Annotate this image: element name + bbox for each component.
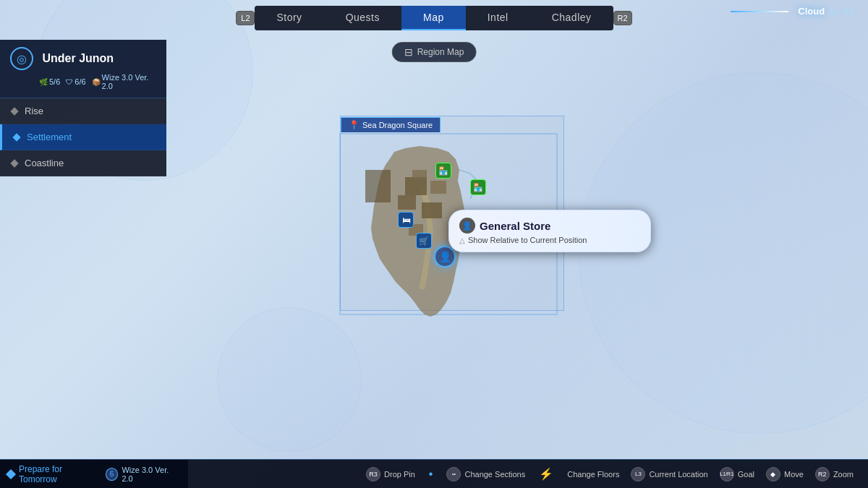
diamond-icon-coastline	[10, 159, 18, 167]
player-line-decoration	[731, 11, 788, 12]
location-stats: 🌿 5/6 🛡 6/6 📦 Wize 3.0 Ver. 2.0	[10, 73, 156, 90]
region-map-button[interactable]: ⊟ Region Map	[392, 42, 477, 62]
ctrl-goal-label: Goal	[738, 470, 754, 479]
tooltip-subtitle-row: △ Show Relative to Current Position	[459, 236, 629, 244]
area-label-settlement: Settlement	[27, 132, 72, 142]
area-label-coastline: Coastline	[25, 158, 64, 168]
ctrl-move-label: Move	[784, 470, 804, 479]
map-icon-shop1[interactable]: 🏪	[435, 163, 451, 179]
player-name: Cloud	[798, 6, 825, 17]
svg-rect-2	[412, 170, 427, 179]
ctrl-change-floors: Change Floors	[567, 470, 619, 479]
player-icon: 👤	[439, 251, 451, 262]
triangle-icon: △	[459, 236, 465, 244]
ctrl-move: ◆ Move	[766, 467, 804, 481]
ctrl-change-floors-label: Change Floors	[567, 470, 619, 479]
lr-button[interactable]: L1/R1	[720, 467, 734, 481]
svg-rect-3	[398, 195, 416, 210]
box-icon: 📦	[92, 78, 101, 86]
svg-rect-1	[405, 177, 427, 195]
tooltip-subtitle-text: Show Relative to Current Position	[468, 236, 587, 244]
tab-story[interactable]: Story	[255, 6, 323, 30]
wize-label: Wize 3.0 Ver. 2.0	[122, 466, 181, 483]
diamond-icon	[10, 107, 18, 115]
move-button[interactable]: ◆	[766, 467, 780, 481]
stat-plants-value: 5/6	[49, 77, 60, 86]
bottom-controls: R3 Drop Pin • •• Change Sections ⚡ Chang…	[366, 467, 854, 481]
left-panel: ◎ Under Junon 🌿 5/6 🛡 6/6 📦 Wize 3.0 Ver…	[0, 40, 166, 459]
quest-name: Prepare for Tomorrow	[19, 464, 101, 484]
pin-icon: 📍	[349, 120, 359, 130]
ctrl-drop-pin: R3 Drop Pin	[366, 467, 415, 481]
svg-rect-7	[365, 170, 391, 202]
bottom-quest-bar: Prepare for Tomorrow 6 Wize 3.0 Ver. 2.0	[0, 459, 188, 488]
map-icon-shop2[interactable]: 🏪	[470, 179, 486, 195]
wize-badge: 6	[106, 468, 119, 481]
area-list: Rise Settlement Coastline	[0, 98, 166, 176]
map-icon-vendor[interactable]: 🛒	[416, 233, 432, 249]
map-tooltip[interactable]: 👤 General Store △ Show Relative to Curre…	[448, 210, 651, 252]
tooltip-title-row: 👤 General Store	[459, 218, 629, 234]
map-area-name: Sea Dragon Square	[362, 121, 433, 129]
location-header: ◎ Under Junon 🌿 5/6 🛡 6/6 📦 Wize 3.0 Ver…	[0, 40, 166, 98]
map-area-label: 📍 Sea Dragon Square	[341, 117, 441, 132]
stat-shields: 🛡 6/6	[66, 77, 85, 86]
area-label-rise: Rise	[25, 106, 43, 116]
stat-wize-value: Wize 3.0 Ver. 2.0	[102, 73, 156, 90]
region-map-label: Region Map	[417, 47, 464, 57]
location-icon: ◎	[10, 47, 33, 70]
player-info: Cloud Lv. 53	[731, 6, 854, 17]
svg-rect-4	[430, 181, 446, 194]
l3-button[interactable]: L3	[631, 467, 645, 481]
plant-icon: 🌿	[39, 78, 48, 86]
quest-diamond-icon	[6, 468, 16, 479]
tab-quests[interactable]: Quests	[324, 6, 401, 30]
ctrl-change-sections: •• Change Sections	[446, 467, 525, 481]
ctrl-zoom-label: Zoom	[833, 470, 854, 479]
sections-button[interactable]: ••	[446, 467, 461, 481]
stat-wize: 📦 Wize 3.0 Ver. 2.0	[92, 73, 156, 90]
diamond-icon-active	[12, 133, 20, 141]
stat-plants: 🌿 5/6	[39, 77, 60, 86]
shield-icon: 🛡	[66, 78, 73, 86]
stat-shields-value: 6/6	[75, 77, 85, 86]
tab-chadley[interactable]: Chadley	[530, 6, 613, 30]
r3-button[interactable]: R3	[366, 467, 380, 481]
area-item-rise[interactable]: Rise	[0, 98, 166, 124]
tab-intel[interactable]: Intel	[466, 6, 530, 30]
ctrl-current-location: L3 Current Location	[631, 467, 707, 481]
tab-map[interactable]: Map	[401, 6, 466, 30]
ctrl-goal: L1/R1 Goal	[720, 467, 754, 481]
ctrl-zoom: R2 Zoom	[815, 467, 854, 481]
ctrl-change-sections-label: Change Sections	[464, 470, 525, 479]
area-item-coastline[interactable]: Coastline	[0, 150, 166, 176]
r2-button[interactable]: R2	[613, 11, 632, 25]
zoom-button[interactable]: R2	[815, 467, 830, 481]
player-marker: 👤	[434, 246, 456, 267]
player-level: Lv. 53	[830, 7, 854, 17]
tooltip-person-icon: 👤	[459, 218, 475, 234]
tooltip-title-text: General Store	[480, 220, 550, 232]
l2-button[interactable]: L2	[236, 11, 255, 25]
ctrl-drop-pin-label: Drop Pin	[384, 470, 415, 479]
controller-icon: ⊟	[404, 46, 413, 58]
ctrl-current-location-label: Current Location	[649, 470, 707, 479]
area-item-settlement[interactable]: Settlement	[0, 124, 166, 150]
location-name: Under Junon	[42, 52, 114, 64]
map-icon-bed[interactable]: 🛏	[398, 212, 414, 228]
svg-rect-5	[422, 202, 442, 218]
